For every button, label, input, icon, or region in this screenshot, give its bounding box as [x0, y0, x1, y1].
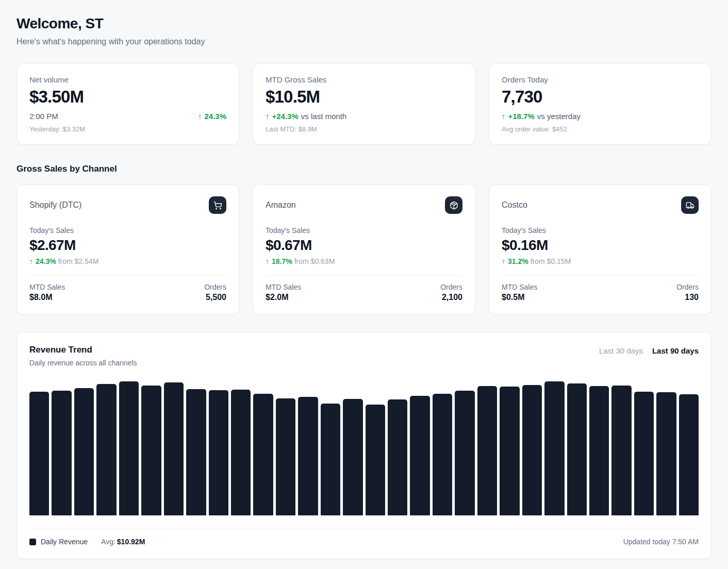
mtd-sales-label: MTD Sales: [266, 283, 301, 291]
kpi-footnote: Last MTD: $8.9M: [266, 125, 462, 133]
range-button-last-30-days[interactable]: Last 30 days: [599, 346, 643, 355]
revenue-bar[interactable]: [611, 386, 631, 515]
revenue-bar[interactable]: [276, 398, 295, 515]
kpi-label: Orders Today: [502, 75, 699, 84]
revenue-bar[interactable]: [119, 381, 139, 515]
today-sales-label: Today's Sales: [266, 226, 462, 235]
channel-header: Amazon: [266, 196, 462, 214]
divider: [502, 275, 699, 276]
chart-footer: Daily Revenue Avg:$10.92M Updated today …: [29, 538, 699, 546]
trend-from: from $0.63M: [294, 257, 335, 265]
trend-up-icon: ↑: [266, 257, 269, 265]
revenue-bar[interactable]: [656, 392, 676, 515]
revenue-title: Revenue Trend: [29, 345, 137, 355]
range-button-last-90-days[interactable]: Last 90 days: [652, 346, 699, 355]
revenue-bar[interactable]: [410, 396, 429, 515]
trend-value: 24.3%: [36, 257, 56, 265]
revenue-bar[interactable]: [321, 404, 340, 515]
trend-up-icon: ↑: [198, 112, 202, 121]
channel-header: Costco: [502, 196, 699, 214]
revenue-bar[interactable]: [74, 388, 94, 515]
trend-up-icon: ↑: [266, 112, 270, 121]
section-title-gross-sales-by-channel: Gross Sales by Channel: [16, 164, 712, 174]
kpi-value: $10.5M: [266, 87, 462, 107]
revenue-titles: Revenue Trend Daily revenue across all c…: [29, 345, 137, 367]
trend-suffix: vs yesterday: [537, 112, 581, 121]
page-header: Welcome, ST Here's what's happening with…: [16, 15, 712, 46]
today-sales-value: $2.67M: [29, 237, 226, 254]
revenue-bar[interactable]: [589, 386, 609, 515]
revenue-bar[interactable]: [522, 385, 542, 515]
truck-icon: [681, 196, 699, 214]
mtd-sales: MTD Sales $0.5M: [502, 283, 537, 302]
range-toggle: Last 30 days Last 90 days: [599, 345, 699, 355]
trend-up-icon: ↑: [502, 257, 505, 265]
kpi-card-orders-today: Orders Today 7,730 ↑ +18.7% vs yesterday…: [489, 63, 712, 145]
orders: Orders 5,500: [204, 283, 226, 302]
revenue-bar[interactable]: [455, 391, 474, 515]
revenue-bar[interactable]: [52, 391, 71, 515]
avg-value: $10.92M: [117, 538, 145, 546]
revenue-bar[interactable]: [29, 392, 49, 515]
kpi-card-net-volume: Net volume $3.50M 2:00 PM ↑24.3% Yesterd…: [16, 63, 239, 145]
today-sales-value: $0.16M: [502, 237, 699, 254]
trend-suffix: vs last month: [301, 112, 346, 121]
revenue-bar[interactable]: [634, 392, 654, 515]
trend-from: from $2.54M: [58, 257, 99, 265]
revenue-bar[interactable]: [388, 399, 407, 515]
bar-chart: [29, 381, 699, 515]
channel-trend: ↑18.7%from $0.63M: [266, 257, 462, 265]
revenue-bar[interactable]: [500, 387, 519, 515]
orders-value: 5,500: [204, 293, 226, 302]
revenue-bar[interactable]: [96, 384, 116, 515]
trend-up-icon: ↑: [29, 257, 33, 265]
revenue-bar[interactable]: [209, 390, 228, 515]
channel-card-amazon: Amazon Today's Sales $0.67M ↑18.7%from $…: [253, 185, 475, 315]
package-icon: [445, 196, 462, 214]
divider: [29, 275, 226, 276]
dashboard-page: Welcome, ST Here's what's happening with…: [0, 0, 728, 569]
kpi-trend-row: 2:00 PM ↑24.3%: [29, 112, 226, 121]
mtd-sales-value: $8.0M: [29, 293, 65, 302]
trend-value: 31.2%: [508, 257, 528, 265]
today-sales-value: $0.67M: [266, 237, 462, 254]
revenue-bar[interactable]: [433, 394, 452, 515]
revenue-bar[interactable]: [231, 390, 251, 515]
revenue-bar[interactable]: [366, 405, 385, 515]
channel-card-shopify: Shopify (DTC) Today's Sales $2.67M ↑24.3…: [16, 185, 239, 315]
revenue-bar[interactable]: [679, 394, 699, 515]
divider: [29, 528, 699, 528]
orders-value: 130: [676, 293, 699, 302]
revenue-bar[interactable]: [298, 397, 318, 515]
orders: Orders 130: [676, 283, 699, 302]
channel-name: Costco: [502, 200, 527, 210]
orders-label: Orders: [676, 283, 699, 291]
channel-footer: MTD Sales $2.0M Orders 2,100: [266, 283, 462, 302]
kpi-time: 2:00 PM: [29, 112, 58, 121]
trend-badge: ↑24.3%: [198, 112, 226, 121]
revenue-bar[interactable]: [477, 386, 497, 515]
legend-average: Avg:$10.92M: [101, 538, 145, 546]
orders-label: Orders: [440, 283, 462, 291]
mtd-sales: MTD Sales $2.0M: [266, 283, 301, 302]
mtd-sales-value: $0.5M: [502, 293, 537, 302]
legend-label: Daily Revenue: [41, 538, 88, 546]
kpi-card-row: Net volume $3.50M 2:00 PM ↑24.3% Yesterd…: [16, 63, 712, 145]
channel-name: Amazon: [266, 200, 296, 210]
revenue-bar[interactable]: [186, 389, 206, 515]
channel-trend: ↑24.3%from $2.54M: [29, 257, 226, 265]
revenue-bar[interactable]: [164, 382, 184, 515]
revenue-bar[interactable]: [544, 381, 564, 515]
revenue-bar[interactable]: [343, 399, 362, 515]
trend-value: 24.3%: [204, 112, 226, 121]
revenue-bar[interactable]: [141, 386, 161, 515]
channel-footer: MTD Sales $0.5M Orders 130: [502, 283, 699, 302]
channel-card-costco: Costco Today's Sales $0.16M ↑31.2%from $…: [489, 185, 712, 315]
today-sales-label: Today's Sales: [502, 226, 699, 235]
kpi-footnote: Avg order value: $452: [502, 125, 699, 133]
kpi-trend-row: ↑ +18.7% vs yesterday: [502, 112, 699, 121]
channel-card-row: Shopify (DTC) Today's Sales $2.67M ↑24.3…: [16, 185, 712, 315]
channel-name: Shopify (DTC): [29, 200, 81, 210]
revenue-bar[interactable]: [253, 394, 273, 515]
revenue-bar[interactable]: [567, 383, 587, 515]
